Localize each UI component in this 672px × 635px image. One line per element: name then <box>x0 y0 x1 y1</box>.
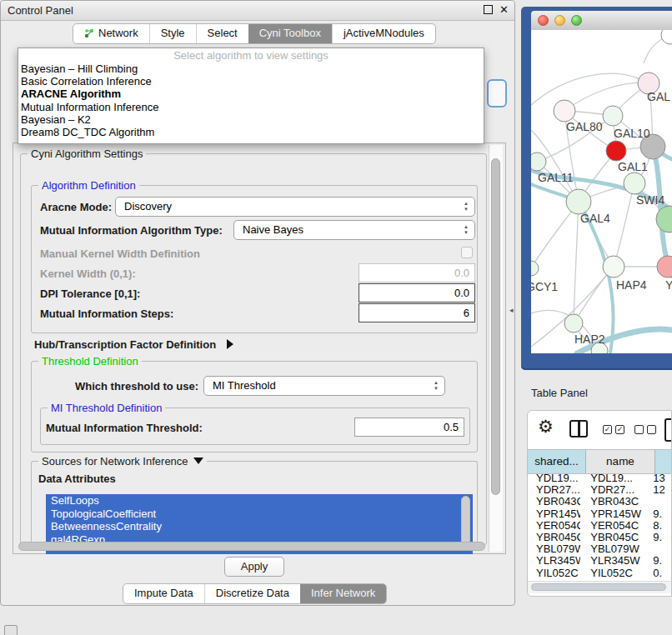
table-header-row: shared... name <box>528 449 671 474</box>
mi-algorithm-type-value: Naive Bayes <box>243 223 303 236</box>
attribute-item[interactable]: SelfLoops <box>46 494 473 508</box>
node-label: GAL10 <box>614 127 650 140</box>
settings-vertical-scroll-thumb[interactable] <box>491 158 500 495</box>
table-cell: 12 <box>649 484 671 496</box>
tab-discretize-data-label: Discretize Data <box>216 587 289 599</box>
table-cell: YDR27... <box>528 484 580 496</box>
unchecked-checkbox-icon[interactable] <box>647 425 656 434</box>
zoom-traffic-light-icon[interactable] <box>571 15 582 26</box>
manual-kernel-width-checkbox[interactable] <box>461 247 473 258</box>
sources-title-text: Sources for Network Inference <box>42 455 188 468</box>
mi-threshold-field[interactable]: 0.5 <box>354 418 464 437</box>
algorithm-item[interactable]: Basic Correlation Inference <box>18 75 484 88</box>
columns-icon[interactable] <box>569 420 588 438</box>
spinner-arrows-icon: ▲▼ <box>464 201 469 212</box>
kernel-width-field[interactable]: 0.0 <box>359 263 475 282</box>
hidden-focused-combo[interactable] <box>487 79 507 108</box>
table-row[interactable]: YBL079W YBL079W <box>528 543 671 555</box>
column-header-partial[interactable] <box>655 450 671 473</box>
settings-horizontal-scroll-thumb[interactable] <box>18 542 485 551</box>
algorithm-item[interactable]: Bayesian – Hill Climbing <box>18 62 484 75</box>
table-row[interactable]: YBR045C YBR045C 9. <box>528 532 671 543</box>
node-label: GAL11 <box>538 171 574 184</box>
threshold-definition-group: Threshold Definition Which threshold to … <box>31 361 478 452</box>
tab-style-label: Style <box>161 27 185 39</box>
node-label: GAL80 <box>566 120 603 133</box>
tab-impute-data[interactable]: Impute Data <box>123 584 204 603</box>
algorithm-item[interactable]: Bayesian – K2 <box>18 113 484 126</box>
table-row[interactable]: YIL052C YIL052C 0. <box>528 568 671 579</box>
manual-kernel-width-label: Manual Kernel Width Definition <box>40 248 200 260</box>
mi-steps-field[interactable]: 6 <box>359 303 475 322</box>
node-label: GAL1 <box>618 160 648 173</box>
node-label: GAL <box>647 90 670 103</box>
table-row[interactable]: YER054C YER054C 8. <box>528 520 671 532</box>
mi-algorithm-type-combo[interactable]: Naive Bayes ▲▼ <box>233 220 475 240</box>
hub-definition-expander[interactable]: Hub/Transcription Factor Definition <box>34 337 233 352</box>
network-node[interactable] <box>606 141 626 161</box>
network-canvas[interactable]: GALGAL80GAL10GAL1GAL11SWI4GAL4GCY1HAP4YH… <box>531 30 672 353</box>
aracne-mode-combo[interactable]: Discovery ▲▼ <box>115 197 475 217</box>
function-builder-icon[interactable] <box>664 418 672 442</box>
table-row[interactable]: YPR145W YPR145W 9. <box>528 508 671 520</box>
close-icon[interactable]: ✕ <box>499 3 509 16</box>
network-node[interactable] <box>603 106 623 126</box>
algorithm-item[interactable]: Mutual Information Inference <box>18 101 484 113</box>
control-panel-titlebar[interactable]: Control Panel ✕ <box>1 1 514 21</box>
table-row[interactable]: YDL19... YDL19... 13 <box>528 472 671 484</box>
cyni-algorithm-settings-title: Cyni Algorithm Settings <box>28 148 146 160</box>
column-header-shared-name[interactable]: shared... <box>528 450 586 473</box>
network-node[interactable] <box>624 172 645 194</box>
tab-select[interactable]: Select <box>196 24 248 43</box>
tab-style[interactable]: Style <box>149 24 196 43</box>
unchecked-checkbox-icon[interactable] <box>634 425 644 434</box>
table-cell: 9. <box>649 532 671 543</box>
checked-checkbox-icon[interactable]: ✓ <box>615 425 624 434</box>
tab-discretize-data[interactable]: Discretize Data <box>204 584 300 603</box>
close-traffic-light-icon[interactable] <box>538 15 549 26</box>
minimize-traffic-light-icon[interactable] <box>554 15 565 26</box>
tab-select-label: Select <box>208 27 238 39</box>
network-node[interactable] <box>531 152 546 171</box>
dpi-tolerance-field[interactable]: 0.0 <box>359 283 475 302</box>
algorithm-dropdown-popup: Select algorithm to view settings Bayesi… <box>18 48 484 144</box>
collapsed-panel-icon[interactable] <box>4 625 18 635</box>
table-horizontal-scrollbar[interactable] <box>528 581 671 593</box>
control-panel-window: Control Panel ✕ Network Style Select Cyn… <box>0 0 515 606</box>
table-cell: YDR27... <box>580 484 649 496</box>
float-window-icon[interactable] <box>484 5 493 14</box>
attribute-item[interactable]: TopologicalCoefficient <box>46 508 473 521</box>
tab-jactivemnodules[interactable]: jActiveMNodules <box>332 24 435 43</box>
table-row[interactable]: YDR27... YDR27... 12 <box>528 484 671 496</box>
tab-cyni-toolbox-label: Cyni Toolbox <box>259 27 321 39</box>
network-node[interactable] <box>603 256 624 278</box>
network-node[interactable] <box>564 314 583 332</box>
network-node[interactable] <box>661 30 672 44</box>
attribute-item[interactable]: BetweennessCentrality <box>46 520 473 533</box>
table-horizontal-scroll-thumb[interactable] <box>531 583 666 591</box>
algorithm-item-selected[interactable]: ARACNE Algorithm <box>18 88 484 100</box>
sources-title[interactable]: Sources for Network Inference <box>38 455 207 468</box>
settings-vertical-scrollbar[interactable] <box>489 145 503 552</box>
algorithm-item[interactable]: Dream8 DC_TDC Algorithm <box>18 126 484 138</box>
attribute-list-scrollbar[interactable] <box>461 496 470 548</box>
tab-cyni-toolbox[interactable]: Cyni Toolbox <box>248 24 332 43</box>
kernel-width-label: Kernel Width (0,1): <box>40 268 136 280</box>
column-header-name[interactable]: name <box>586 450 655 473</box>
apply-button[interactable]: Apply <box>224 557 284 577</box>
network-node[interactable] <box>531 261 539 276</box>
checked-checkbox-icon[interactable]: ✓ <box>603 425 612 434</box>
network-node[interactable] <box>566 189 591 214</box>
gear-icon[interactable]: ⚙ <box>538 417 554 437</box>
network-window-titlebar[interactable] <box>531 11 672 31</box>
tab-infer-network[interactable]: Infer Network <box>300 584 386 603</box>
panel-divider-collapse-icon[interactable]: ◂ <box>509 306 514 314</box>
table-row[interactable]: YBR043C YBR043C <box>528 496 671 508</box>
tab-network[interactable]: Network <box>73 24 149 43</box>
table-row[interactable]: YLR345W YLR345W 9. <box>528 555 671 567</box>
network-node[interactable] <box>554 100 575 122</box>
table-cell: YBR043C <box>528 496 580 508</box>
network-node[interactable] <box>657 256 672 278</box>
which-threshold-combo[interactable]: MI Threshold ▲▼ <box>203 376 445 396</box>
aracne-mode-value: Discovery <box>124 200 172 212</box>
